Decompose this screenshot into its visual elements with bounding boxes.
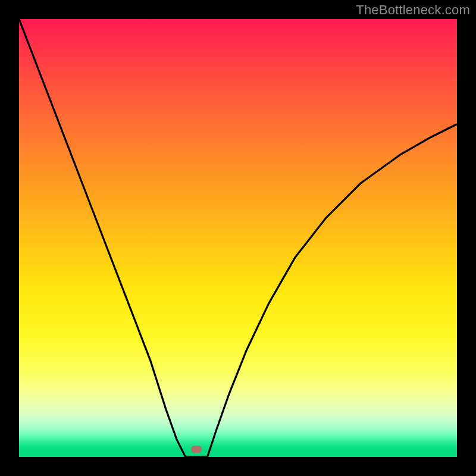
- watermark-text: TheBottleneck.com: [356, 2, 470, 18]
- chart-frame: TheBottleneck.com: [0, 0, 476, 476]
- curve-path: [19, 19, 457, 457]
- bottleneck-curve: [19, 19, 457, 457]
- plot-area: [19, 19, 457, 457]
- optimal-marker: [191, 446, 202, 453]
